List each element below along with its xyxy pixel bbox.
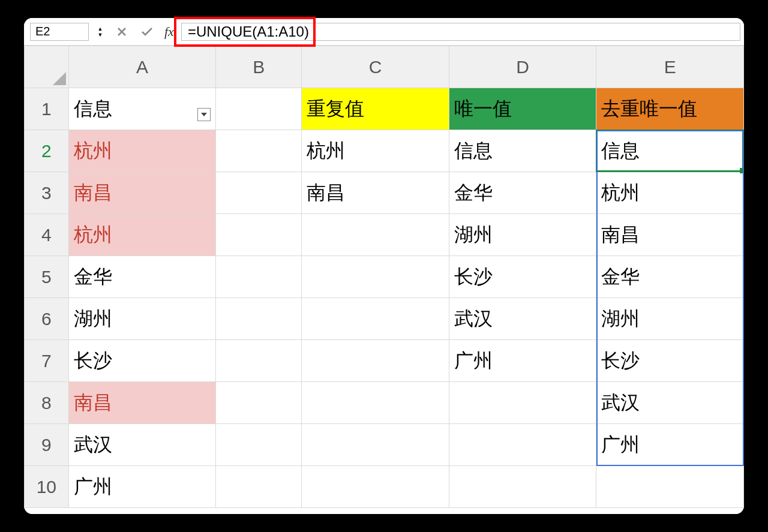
- cell-C8[interactable]: [302, 382, 449, 424]
- cell-value: 武汉: [74, 434, 112, 455]
- chevron-down-icon: ▼: [98, 32, 103, 37]
- cell-A4[interactable]: 杭州: [68, 214, 216, 256]
- cell-E10[interactable]: [596, 466, 744, 508]
- cell-C2[interactable]: 杭州: [302, 130, 449, 172]
- select-all-corner[interactable]: [25, 46, 69, 88]
- cell-value: 信息: [74, 98, 112, 119]
- row-header-1[interactable]: 1: [25, 88, 69, 130]
- cell-E3[interactable]: 杭州: [596, 172, 744, 214]
- col-header-C[interactable]: C: [302, 46, 449, 88]
- row-header-10[interactable]: 10: [25, 466, 69, 508]
- cell-value: 金华: [601, 266, 640, 287]
- cell-C6[interactable]: [302, 298, 449, 340]
- cell-value: 南昌: [74, 182, 112, 203]
- col-header-E[interactable]: E: [596, 46, 744, 88]
- grid-area: A B C D E 1信息重复值唯一值去重唯一值2杭州杭州信息信息3南昌南昌金华…: [24, 46, 744, 514]
- cell-A5[interactable]: 金华: [68, 256, 216, 298]
- cell-A10[interactable]: 广州: [68, 466, 216, 508]
- name-box-stepper[interactable]: ▲ ▼: [94, 23, 107, 41]
- cell-E4[interactable]: 南昌: [596, 214, 744, 256]
- cell-value: 武汉: [601, 392, 640, 413]
- cell-C1[interactable]: 重复值: [302, 88, 449, 130]
- cell-B8[interactable]: [216, 382, 302, 424]
- formula-input[interactable]: =UNIQUE(A1:A10): [181, 23, 740, 41]
- cell-value: 广州: [601, 434, 640, 455]
- cell-B1[interactable]: [216, 88, 302, 130]
- cell-value: 武汉: [454, 308, 493, 329]
- cell-C4[interactable]: [302, 214, 449, 256]
- cell-D10[interactable]: [449, 466, 596, 508]
- col-header-D[interactable]: D: [449, 46, 596, 88]
- cell-D6[interactable]: 武汉: [449, 298, 596, 340]
- fx-icon[interactable]: fx: [162, 24, 176, 40]
- cell-B7[interactable]: [216, 340, 302, 382]
- cell-value: 金华: [74, 266, 112, 287]
- cell-C3[interactable]: 南昌: [302, 172, 449, 214]
- row-header-8[interactable]: 8: [25, 382, 69, 424]
- cell-D8[interactable]: [449, 382, 596, 424]
- cancel-formula-button[interactable]: [112, 23, 132, 41]
- accept-formula-button[interactable]: [137, 23, 157, 41]
- cell-value: 湖州: [74, 308, 112, 329]
- cell-E1[interactable]: 去重唯一值: [596, 88, 744, 130]
- cell-value: 长沙: [601, 350, 640, 371]
- cell-E8[interactable]: 武汉: [596, 382, 744, 424]
- cell-D1[interactable]: 唯一值: [449, 88, 596, 130]
- cell-E6[interactable]: 湖州: [596, 298, 744, 340]
- row-header-2[interactable]: 2: [25, 130, 69, 172]
- cell-B5[interactable]: [216, 256, 302, 298]
- cell-A8[interactable]: 南昌: [68, 382, 216, 424]
- spreadsheet-grid[interactable]: A B C D E 1信息重复值唯一值去重唯一值2杭州杭州信息信息3南昌南昌金华…: [24, 46, 744, 508]
- cell-D7[interactable]: 广州: [449, 340, 596, 382]
- row-header-9[interactable]: 9: [25, 424, 69, 466]
- row-header-3[interactable]: 3: [25, 172, 69, 214]
- cell-C5[interactable]: [302, 256, 449, 298]
- row-header-4[interactable]: 4: [25, 214, 69, 256]
- spreadsheet-window: E2 ▲ ▼ fx =UNIQUE(A1:A10) A B C: [24, 18, 744, 514]
- name-box[interactable]: E2: [30, 23, 89, 41]
- cell-value: 去重唯一值: [601, 98, 697, 119]
- cell-C10[interactable]: [302, 466, 449, 508]
- cell-value: 金华: [454, 182, 493, 203]
- cell-D5[interactable]: 长沙: [449, 256, 596, 298]
- cell-value: 南昌: [307, 182, 345, 203]
- cell-E5[interactable]: 金华: [596, 256, 744, 298]
- cell-value: 杭州: [74, 224, 112, 245]
- cell-value: 广州: [74, 476, 112, 497]
- row-header-5[interactable]: 5: [25, 256, 69, 298]
- cell-A1[interactable]: 信息: [68, 88, 216, 130]
- cell-B2[interactable]: [216, 130, 302, 172]
- cell-A7[interactable]: 长沙: [68, 340, 216, 382]
- cell-value: 湖州: [601, 308, 640, 329]
- cell-D9[interactable]: [449, 424, 596, 466]
- row-header-7[interactable]: 7: [25, 340, 69, 382]
- cell-E2[interactable]: 信息: [596, 130, 744, 172]
- cell-D2[interactable]: 信息: [449, 130, 596, 172]
- cell-E7[interactable]: 长沙: [596, 340, 744, 382]
- filter-dropdown-icon[interactable]: [197, 108, 211, 121]
- cell-B10[interactable]: [216, 466, 302, 508]
- cell-C9[interactable]: [302, 424, 449, 466]
- cell-B4[interactable]: [216, 214, 302, 256]
- cell-E9[interactable]: 广州: [596, 424, 744, 466]
- col-header-B[interactable]: B: [216, 46, 302, 88]
- cell-A2[interactable]: 杭州: [68, 130, 216, 172]
- cell-B6[interactable]: [216, 298, 302, 340]
- col-header-A[interactable]: A: [68, 46, 216, 88]
- cell-A9[interactable]: 武汉: [68, 424, 216, 466]
- cell-value: 杭州: [601, 182, 640, 203]
- cell-D3[interactable]: 金华: [449, 172, 596, 214]
- cell-A3[interactable]: 南昌: [68, 172, 216, 214]
- cell-B3[interactable]: [216, 172, 302, 214]
- cell-value: 广州: [454, 350, 493, 371]
- cell-D4[interactable]: 湖州: [449, 214, 596, 256]
- row-header-6[interactable]: 6: [25, 298, 69, 340]
- cell-value: 杭州: [74, 140, 112, 161]
- cell-value: 杭州: [307, 140, 345, 161]
- cell-value: 长沙: [74, 350, 112, 371]
- cell-C7[interactable]: [302, 340, 449, 382]
- cell-B9[interactable]: [216, 424, 302, 466]
- cell-value: 信息: [454, 140, 493, 161]
- chevron-up-icon: ▲: [98, 26, 103, 31]
- cell-A6[interactable]: 湖州: [68, 298, 216, 340]
